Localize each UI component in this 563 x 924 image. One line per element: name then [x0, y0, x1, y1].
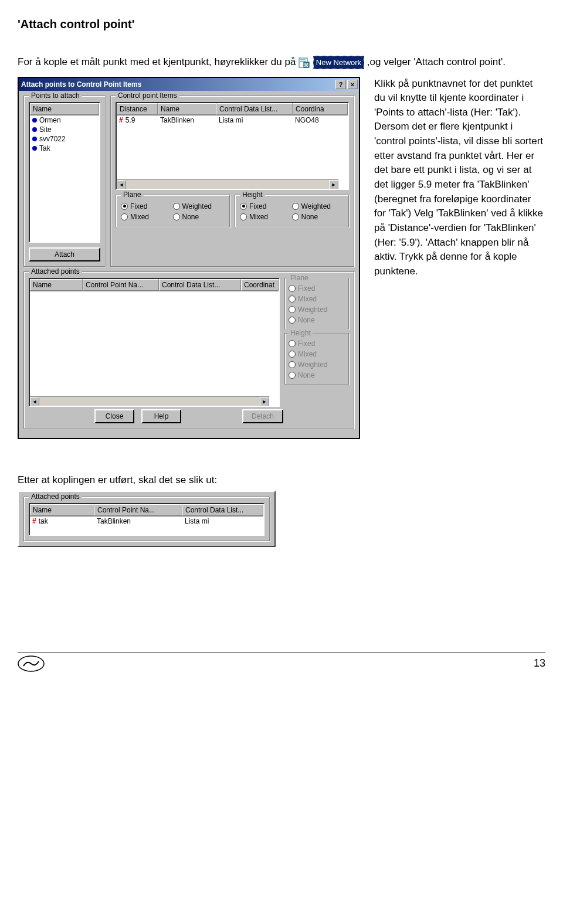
radio-label: Fixed: [298, 284, 315, 293]
radio-icon: [289, 317, 296, 324]
hash-icon: #: [32, 517, 36, 525]
radio-label: Fixed: [130, 202, 147, 210]
table-row[interactable]: #5.9 TakBlinken Lista mi NGO48: [117, 116, 348, 125]
h-scrollbar[interactable]: ◄ ►: [117, 179, 338, 189]
radio-label: None: [298, 316, 315, 324]
col-distance[interactable]: Distance: [117, 103, 158, 115]
radio-disabled: Fixed: [289, 338, 345, 349]
control-point-items-label: Control point Items: [116, 91, 179, 100]
radio-icon: [240, 203, 247, 210]
radio-disabled: Mixed: [289, 294, 345, 304]
intro-before: For å kople et målt punkt med et kjentpu…: [18, 56, 299, 67]
scroll-right-icon[interactable]: ►: [329, 180, 338, 189]
radio-icon: [289, 372, 296, 379]
radio-label: Weighted: [298, 361, 327, 369]
network-document-icon: [299, 57, 310, 68]
col-name[interactable]: Name: [30, 504, 94, 516]
radio-plane-mixed[interactable]: Mixed: [121, 212, 173, 222]
list-item[interactable]: svv7022: [39, 135, 66, 143]
col-cdl[interactable]: Control Data List...: [182, 504, 263, 516]
list-item[interactable]: Tak: [39, 144, 50, 152]
intro-paragraph: For å kople et målt punkt med et kjentpu…: [18, 55, 545, 70]
radio-plane-none[interactable]: None: [173, 212, 225, 222]
radio-icon: [289, 306, 296, 313]
table-row[interactable]: #tak TakBlinken Lista mi: [30, 517, 263, 526]
radio-label: Mixed: [298, 295, 317, 303]
close-titlebar-button[interactable]: ×: [347, 80, 358, 89]
list-item[interactable]: Site: [39, 125, 52, 134]
scroll-left-icon[interactable]: ◄: [117, 180, 126, 189]
distance-value: 5.9: [126, 116, 135, 124]
col-control-data-list[interactable]: Control Data List...: [216, 103, 293, 115]
radio-icon: [121, 213, 128, 220]
radio-icon: [289, 361, 296, 368]
radio-height-mixed[interactable]: Mixed: [240, 212, 292, 222]
points-to-attach-list[interactable]: Name Ormen Site svv7022 Tak: [29, 102, 100, 243]
radio-label: None: [182, 213, 199, 221]
radio-height-weighted[interactable]: Weighted: [292, 201, 344, 212]
attached-points-snippet: Attached points Name Control Point Na...…: [18, 491, 276, 547]
radio-label: Mixed: [249, 213, 268, 221]
cpn-value: TakBlinken: [94, 517, 182, 526]
radio-plane-weighted[interactable]: Weighted: [173, 201, 225, 212]
dialog-title: Attach points to Control Point Items: [21, 80, 334, 89]
hash-icon: #: [119, 116, 123, 124]
col-coordinat[interactable]: Coordinat: [241, 279, 279, 291]
h-scrollbar[interactable]: ◄ ►: [30, 396, 269, 406]
coord-value: NGO48: [293, 116, 348, 125]
radio-height-none[interactable]: None: [292, 212, 344, 222]
attach-button[interactable]: Attach: [29, 247, 100, 261]
help-button[interactable]: Help: [141, 409, 181, 423]
plane-label: Plane: [121, 191, 144, 199]
col-name[interactable]: Name: [158, 103, 216, 115]
radio-label: Mixed: [130, 213, 149, 221]
control-point-items-list[interactable]: Distance Name Control Data List... Coord…: [116, 102, 349, 190]
point-icon: [32, 118, 37, 123]
name-value: TakBlinken: [158, 116, 216, 125]
col-name[interactable]: Name: [30, 103, 99, 115]
scroll-right-icon[interactable]: ►: [260, 397, 269, 406]
radio-icon: [173, 203, 180, 210]
radio-disabled: Weighted: [289, 304, 345, 315]
after-coupling-label: Etter at koplingen er utført, skal det s…: [18, 474, 545, 486]
list-item[interactable]: Ormen: [39, 116, 61, 124]
attach-points-dialog: Attach points to Control Point Items ? ×…: [18, 77, 360, 439]
intro-after: ,og velger 'Attach control point'.: [367, 56, 506, 67]
radio-label: Weighted: [298, 305, 327, 314]
radio-icon: [289, 351, 296, 358]
cdl-value: Lista mi: [182, 517, 263, 526]
attached-points-list[interactable]: Name Control Point Na... Control Data Li…: [29, 278, 280, 407]
radio-icon: [292, 213, 299, 220]
attached-points-list-result[interactable]: Name Control Point Na... Control Data Li…: [29, 503, 264, 536]
radio-height-fixed[interactable]: Fixed: [240, 201, 292, 212]
new-network-label[interactable]: New Network: [313, 56, 364, 70]
scroll-left-icon[interactable]: ◄: [30, 397, 39, 406]
radio-label: None: [301, 213, 318, 221]
col-name[interactable]: Name: [30, 279, 83, 291]
radio-plane-fixed[interactable]: Fixed: [121, 201, 173, 212]
radio-icon: [289, 295, 296, 303]
radio-icon: [240, 213, 247, 220]
attached-points-label: Attached points: [29, 492, 82, 501]
radio-icon: [289, 285, 296, 292]
radio-disabled: None: [289, 370, 345, 381]
radio-disabled: None: [289, 315, 345, 325]
help-titlebar-button[interactable]: ?: [335, 80, 346, 89]
cdl-value: Lista mi: [216, 116, 293, 125]
col-cdl[interactable]: Control Data List...: [159, 279, 241, 291]
col-cp-name[interactable]: Control Point Na...: [83, 279, 159, 291]
height-label: Height: [240, 191, 265, 199]
radio-label: Mixed: [298, 350, 317, 358]
name-value: tak: [39, 517, 48, 525]
col-cp-name[interactable]: Control Point Na...: [94, 504, 182, 516]
radio-label: None: [298, 371, 315, 379]
radio-disabled: Fixed: [289, 283, 345, 294]
point-icon: [32, 146, 37, 151]
radio-label: Weighted: [301, 202, 331, 210]
col-coordina[interactable]: Coordina: [293, 103, 348, 115]
radio-icon: [173, 213, 180, 220]
attached-points-label: Attached points: [29, 267, 82, 276]
detach-button: Detach: [242, 409, 283, 423]
radio-icon: [292, 203, 299, 210]
close-button[interactable]: Close: [94, 409, 134, 423]
